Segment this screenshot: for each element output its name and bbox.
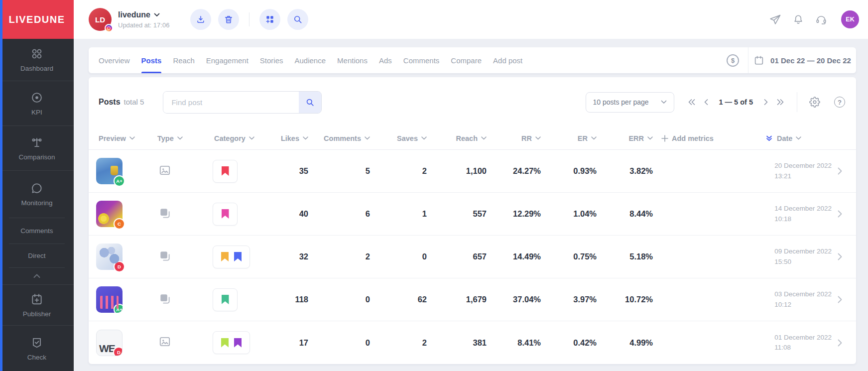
column-header-rr[interactable]: RR — [521, 134, 541, 142]
post-date: 03 December 202210:12 — [774, 289, 832, 310]
grade-badge: D — [114, 261, 125, 272]
sort-descending-icon — [766, 135, 772, 141]
tab-audience[interactable]: Audience — [295, 47, 326, 73]
add-metrics-button[interactable]: Add metrics — [653, 134, 766, 142]
post-thumbnail[interactable]: C — [96, 201, 123, 227]
tab-add-post[interactable]: Add post — [493, 47, 522, 73]
last-page-button[interactable] — [775, 98, 785, 107]
pagination: 1 — 5 of 5 — [687, 98, 786, 107]
tab-engagement[interactable]: Engagement — [206, 47, 248, 73]
column-header-type[interactable]: Type — [153, 134, 208, 142]
search-input[interactable] — [163, 92, 299, 113]
chevron-right-icon[interactable] — [838, 296, 842, 303]
table-row[interactable]: A+ 118 0 62 1,679 37.04% 3.97% 10.72% 03… — [89, 278, 856, 321]
carousel-type-icon — [158, 249, 171, 262]
category-cell[interactable] — [208, 288, 251, 311]
per-page-select[interactable]: 10 posts per page — [586, 92, 674, 113]
sidebar-item-check[interactable]: Check — [0, 325, 74, 371]
er-value: 0.93% — [573, 166, 597, 176]
column-header-err[interactable]: ERR — [628, 134, 653, 142]
first-page-button[interactable] — [687, 98, 697, 107]
post-thumbnail[interactable]: A+ — [96, 286, 123, 313]
tab-posts[interactable]: Posts — [141, 47, 162, 73]
share-button[interactable] — [769, 13, 781, 26]
chevron-right-icon[interactable] — [838, 253, 842, 260]
table-row[interactable]: C 40 6 1 557 12.29% 1.04% 8.44% 14 Decem… — [89, 193, 856, 236]
support-button[interactable] — [815, 13, 827, 25]
post-thumbnail[interactable]: D — [96, 244, 123, 270]
column-header-category[interactable]: Category — [208, 134, 251, 142]
account-avatar[interactable]: LD — [89, 8, 112, 31]
top-bar: LIVEDUNE LD livedune Updated at: 17:06 — [0, 0, 868, 39]
chevron-down-icon — [365, 136, 370, 140]
reach-value: 557 — [473, 209, 487, 219]
chevron-down-icon — [421, 136, 427, 140]
category-cell[interactable] — [208, 331, 251, 354]
sidebar-item-dashboard[interactable]: Dashboard — [0, 39, 74, 81]
column-header-likes[interactable]: Likes — [281, 134, 308, 142]
column-header-reach[interactable]: Reach — [456, 134, 487, 142]
post-date: 20 December 202213:21 — [774, 161, 832, 181]
table-row[interactable]: D 32 2 0 657 14.49% 0.75% 5.18% 09 Decem… — [89, 236, 856, 278]
tab-overview[interactable]: Overview — [99, 47, 130, 73]
main-content: Overview Posts Reach Engagement Stories … — [74, 39, 868, 371]
date-range-picker[interactable]: 01 Dec 22 — 20 Dec 22 — [748, 47, 856, 73]
column-header-saves[interactable]: Saves — [397, 134, 427, 142]
widgets-button[interactable] — [259, 9, 280, 30]
tab-stories[interactable]: Stories — [260, 47, 283, 73]
search-accounts-button[interactable] — [287, 9, 308, 30]
next-page-button[interactable] — [762, 98, 769, 107]
date-cell[interactable]: 20 December 202213:21 — [766, 161, 856, 181]
date-cell[interactable]: 03 December 202210:12 — [766, 289, 856, 310]
help-button[interactable]: ? — [834, 97, 845, 108]
category-cell[interactable] — [208, 203, 251, 226]
category-cell[interactable] — [208, 160, 251, 183]
post-thumbnail[interactable]: WED — [96, 330, 123, 356]
notifications-button[interactable] — [792, 13, 804, 25]
column-header-preview[interactable]: Preview — [89, 134, 153, 142]
tab-mentions[interactable]: Mentions — [337, 47, 368, 73]
tab-compare[interactable]: Compare — [451, 47, 482, 73]
table-row[interactable]: A+ 35 5 2 1,100 24.27% 0.93% 3.82% 20 De… — [89, 150, 856, 193]
sidebar-item-direct[interactable]: Direct — [0, 244, 74, 267]
tab-comments[interactable]: Comments — [403, 47, 440, 73]
chevron-right-icon[interactable] — [838, 210, 842, 218]
bookmark-icon — [222, 166, 229, 176]
rr-value: 12.29% — [513, 209, 541, 219]
calendar-plus-icon — [30, 293, 43, 306]
column-header-date[interactable]: Date — [766, 134, 856, 142]
reach-value: 381 — [473, 338, 487, 348]
category-cell[interactable] — [208, 246, 251, 268]
sidebar-item-comparison[interactable]: Comparison — [0, 125, 74, 170]
account-switcher[interactable]: LD livedune Updated at: 17:06 — [89, 8, 169, 31]
delete-button[interactable] — [218, 9, 239, 30]
sidebar-collapse-button[interactable] — [0, 267, 74, 284]
tab-ads[interactable]: Ads — [379, 47, 392, 73]
user-avatar[interactable]: EK — [841, 10, 859, 28]
table-row[interactable]: WED 17 0 2 381 8.41% 0.42% 4.99% 01 Dece… — [89, 321, 856, 364]
tab-reach[interactable]: Reach — [173, 47, 194, 73]
sidebar-item-monitoring[interactable]: Monitoring — [0, 170, 74, 218]
grade-badge: A+ — [114, 304, 123, 313]
account-name[interactable]: livedune — [118, 10, 169, 19]
download-button[interactable] — [190, 9, 211, 30]
bookmark-icon — [234, 252, 242, 261]
likes-value: 40 — [299, 209, 308, 219]
column-header-comments[interactable]: Comments — [324, 134, 370, 142]
post-thumbnail[interactable]: A+ — [96, 158, 123, 184]
sidebar-item-comments[interactable]: Comments — [0, 218, 74, 244]
sidebar-item-kpi[interactable]: KPI — [0, 81, 74, 125]
paid-stats-button[interactable]: $ — [727, 54, 739, 67]
carousel-type-icon — [158, 207, 171, 220]
table-settings-button[interactable] — [809, 97, 820, 108]
sidebar-item-publisher[interactable]: Publisher — [0, 284, 74, 325]
chevron-right-icon[interactable] — [838, 167, 842, 175]
prev-page-button[interactable] — [703, 98, 710, 107]
date-cell[interactable]: 14 December 202210:18 — [766, 204, 856, 224]
search-button[interactable] — [299, 92, 321, 113]
chevron-right-icon[interactable] — [838, 339, 842, 347]
column-header-er[interactable]: ER — [578, 134, 597, 142]
date-cell[interactable]: 09 December 202215:50 — [766, 247, 856, 267]
post-type-carousel — [153, 292, 208, 307]
date-cell[interactable]: 01 December 202211:08 — [766, 333, 856, 353]
